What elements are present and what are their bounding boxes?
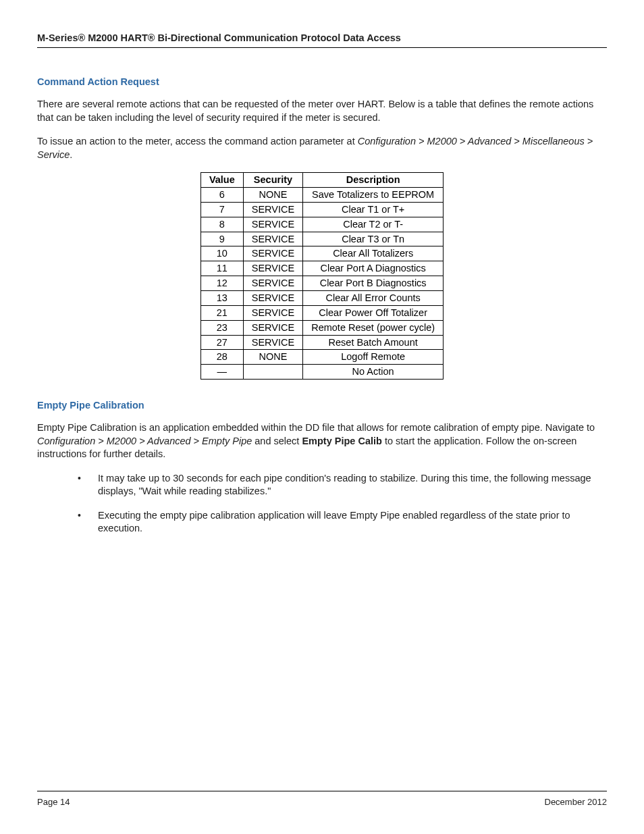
table-row: 27SERVICEReset Batch Amount: [200, 335, 443, 350]
table-cell-description: Save Totalizers to EEPROM: [303, 188, 444, 203]
table-cell-value: 6: [200, 188, 243, 203]
table-cell-security: SERVICE: [243, 276, 302, 291]
section-heading-command-action: Command Action Request: [37, 76, 607, 87]
table-cell-description: Clear T2 or T-: [303, 217, 444, 232]
footer-date: December 2012: [545, 797, 608, 807]
table-row: 23SERVICERemote Reset (power cycle): [200, 320, 443, 335]
table-cell-security: SERVICE: [243, 217, 302, 232]
table-cell-security: NONE: [243, 350, 302, 365]
table-cell-value: 12: [200, 276, 243, 291]
text-segment: .: [70, 149, 72, 160]
table-cell-value: —: [200, 365, 243, 380]
empty-pipe-para-1: Empty Pipe Calibration is an application…: [37, 421, 607, 461]
bold-label: Empty Pipe Calib: [302, 436, 381, 446]
table-cell-value: 11: [200, 261, 243, 276]
table-header-row: Value Security Description: [200, 173, 443, 188]
table-cell-security: SERVICE: [243, 291, 302, 306]
command-action-para-2: To issue an action to the meter, access …: [37, 135, 607, 161]
text-segment: Empty Pipe Calibration is an application…: [37, 422, 595, 433]
table-cell-security: SERVICE: [243, 246, 302, 261]
table-cell-description: Clear All Totalizers: [303, 246, 444, 261]
table-row: —No Action: [200, 365, 443, 380]
table-cell-description: Clear Port B Diagnostics: [303, 276, 444, 291]
table-cell-description: No Action: [303, 365, 444, 380]
table-cell-value: 27: [200, 335, 243, 350]
table-row: 13SERVICEClear All Error Counts: [200, 291, 443, 306]
table-cell-description: Clear Port A Diagnostics: [303, 261, 444, 276]
table-cell-value: 10: [200, 246, 243, 261]
section-heading-empty-pipe: Empty Pipe Calibration: [37, 400, 607, 411]
list-item: Executing the empty pipe calibration app…: [78, 509, 607, 536]
table-row: 8SERVICEClear T2 or T-: [200, 217, 443, 232]
table-cell-security: SERVICE: [243, 305, 302, 320]
table-row: 11SERVICEClear Port A Diagnostics: [200, 261, 443, 276]
table-row: 9SERVICEClear T3 or Tn: [200, 232, 443, 246]
table-cell-value: 13: [200, 291, 243, 306]
table-cell-value: 21: [200, 305, 243, 320]
table-cell-value: 28: [200, 350, 243, 365]
command-action-para-1: There are several remote actions that ca…: [37, 98, 607, 124]
table-cell-description: Logoff Remote: [303, 350, 444, 365]
table-cell-description: Clear T1 or T+: [303, 202, 444, 217]
table-row: 28NONELogoff Remote: [200, 350, 443, 365]
nav-path: Configuration > M2000 > Advanced > Empty…: [37, 436, 252, 446]
table-cell-security: SERVICE: [243, 232, 302, 246]
table-cell-description: Reset Batch Amount: [303, 335, 444, 350]
table-cell-security: SERVICE: [243, 320, 302, 335]
table-row: 10SERVICEClear All Totalizers: [200, 246, 443, 261]
table-cell-security: SERVICE: [243, 335, 302, 350]
table-row: 7SERVICEClear T1 or T+: [200, 202, 443, 217]
text-segment: and select: [252, 436, 302, 446]
table-cell-security: [243, 365, 302, 380]
table-cell-security: NONE: [243, 188, 302, 203]
list-item: It may take up to 30 seconds for each pi…: [78, 472, 607, 498]
table-cell-security: SERVICE: [243, 202, 302, 217]
table-header-description: Description: [303, 173, 444, 188]
table-cell-value: 23: [200, 320, 243, 335]
table-row: 12SERVICEClear Port B Diagnostics: [200, 276, 443, 291]
text-segment: To issue an action to the meter, access …: [37, 136, 358, 147]
table-row: 21SERVICEClear Power Off Totalizer: [200, 305, 443, 320]
footer-page-number: Page 14: [37, 797, 70, 807]
table-cell-value: 8: [200, 217, 243, 232]
table-header-security: Security: [243, 173, 302, 188]
command-action-table: Value Security Description 6NONESave Tot…: [200, 172, 444, 380]
table-cell-value: 7: [200, 202, 243, 217]
bullet-list: It may take up to 30 seconds for each pi…: [37, 472, 607, 536]
table-cell-description: Remote Reset (power cycle): [303, 320, 444, 335]
table-row: 6NONESave Totalizers to EEPROM: [200, 188, 443, 203]
table-cell-description: Clear T3 or Tn: [303, 232, 444, 246]
page-header-title: M-Series® M2000 HART® Bi-Directional Com…: [37, 32, 607, 48]
table-cell-description: Clear All Error Counts: [303, 291, 444, 306]
table-header-value: Value: [200, 173, 243, 188]
table-cell-description: Clear Power Off Totalizer: [303, 305, 444, 320]
page-footer: Page 14 December 2012: [37, 791, 607, 807]
table-cell-value: 9: [200, 232, 243, 246]
table-cell-security: SERVICE: [243, 261, 302, 276]
